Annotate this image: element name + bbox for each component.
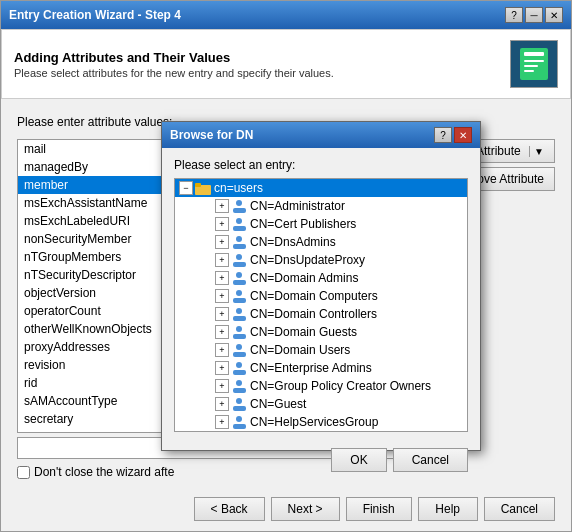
dialog-footer: OK Cancel bbox=[162, 442, 480, 480]
svg-point-14 bbox=[236, 254, 242, 260]
tree-item[interactable]: −cn=users bbox=[175, 179, 467, 197]
tree-item-label: CN=Administrator bbox=[250, 199, 345, 213]
svg-point-12 bbox=[236, 236, 242, 242]
tree-item-label: CN=Domain Admins bbox=[250, 271, 358, 285]
svg-rect-19 bbox=[233, 298, 246, 303]
svg-rect-17 bbox=[233, 280, 246, 285]
user-icon bbox=[231, 289, 247, 303]
user-icon bbox=[231, 235, 247, 249]
tree-item[interactable]: +CN=DnsAdmins bbox=[175, 233, 467, 251]
tree-item-label: CN=Cert Publishers bbox=[250, 217, 356, 231]
user-icon bbox=[231, 217, 247, 231]
dialog-title-btns: ? ✕ bbox=[434, 127, 472, 143]
svg-point-26 bbox=[236, 362, 242, 368]
tree-item-label: CN=Guest bbox=[250, 397, 306, 411]
svg-point-24 bbox=[236, 344, 242, 350]
svg-rect-33 bbox=[233, 424, 246, 429]
tree-item-label: CN=HelpServicesGroup bbox=[250, 415, 378, 429]
tree-item-label: CN=DnsUpdateProxy bbox=[250, 253, 365, 267]
svg-rect-9 bbox=[233, 208, 246, 213]
user-icon bbox=[231, 307, 247, 321]
svg-rect-25 bbox=[233, 352, 246, 357]
svg-point-16 bbox=[236, 272, 242, 278]
tree-expand-icon[interactable]: + bbox=[215, 361, 229, 375]
tree-item[interactable]: +CN=Cert Publishers bbox=[175, 215, 467, 233]
svg-point-28 bbox=[236, 380, 242, 386]
svg-point-32 bbox=[236, 416, 242, 422]
user-icon bbox=[231, 199, 247, 213]
user-icon bbox=[231, 325, 247, 339]
ok-button[interactable]: OK bbox=[331, 448, 386, 472]
dialog-title: Browse for DN bbox=[170, 128, 253, 142]
tree-expand-icon[interactable]: + bbox=[215, 217, 229, 231]
tree-container[interactable]: −cn=users+CN=Administrator+CN=Cert Publi… bbox=[174, 178, 468, 432]
tree-expand-icon[interactable]: + bbox=[215, 397, 229, 411]
tree-item-label: cn=users bbox=[214, 181, 263, 195]
svg-point-8 bbox=[236, 200, 242, 206]
svg-point-20 bbox=[236, 308, 242, 314]
tree-item-label: CN=Domain Users bbox=[250, 343, 350, 357]
tree-expand-icon[interactable]: + bbox=[215, 289, 229, 303]
svg-rect-29 bbox=[233, 388, 246, 393]
dialog-section-label: Please select an entry: bbox=[174, 158, 468, 172]
dialog-content: Please select an entry: −cn=users+CN=Adm… bbox=[162, 148, 480, 442]
browse-dn-dialog: Browse for DN ? ✕ Please select an entry… bbox=[161, 121, 481, 451]
tree-item[interactable]: +CN=Guest bbox=[175, 395, 467, 413]
tree-item[interactable]: +CN=Domain Guests bbox=[175, 323, 467, 341]
user-icon bbox=[231, 253, 247, 267]
tree-expand-icon[interactable]: + bbox=[215, 307, 229, 321]
tree-expand-icon[interactable]: + bbox=[215, 325, 229, 339]
svg-rect-23 bbox=[233, 334, 246, 339]
dialog-help-button[interactable]: ? bbox=[434, 127, 452, 143]
tree-expand-icon[interactable]: + bbox=[215, 271, 229, 285]
svg-point-22 bbox=[236, 326, 242, 332]
tree-item[interactable]: +CN=Domain Controllers bbox=[175, 305, 467, 323]
tree-item[interactable]: +CN=Enterprise Admins bbox=[175, 359, 467, 377]
tree-expand-icon[interactable]: + bbox=[215, 235, 229, 249]
dialog-overlay: Browse for DN ? ✕ Please select an entry… bbox=[1, 1, 571, 531]
tree-item-label: CN=Group Policy Creator Owners bbox=[250, 379, 431, 393]
user-icon bbox=[231, 397, 247, 411]
tree-expand-icon[interactable]: + bbox=[215, 253, 229, 267]
svg-point-30 bbox=[236, 398, 242, 404]
svg-point-18 bbox=[236, 290, 242, 296]
user-icon bbox=[231, 361, 247, 375]
svg-rect-13 bbox=[233, 244, 246, 249]
user-icon bbox=[231, 343, 247, 357]
tree-item[interactable]: +CN=HelpServicesGroup bbox=[175, 413, 467, 431]
tree-expand-icon[interactable]: + bbox=[215, 379, 229, 393]
svg-rect-11 bbox=[233, 226, 246, 231]
folder-icon bbox=[195, 181, 211, 195]
tree-item[interactable]: +CN=Administrator bbox=[175, 197, 467, 215]
tree-expand-icon[interactable]: + bbox=[215, 343, 229, 357]
dialog-close-button[interactable]: ✕ bbox=[454, 127, 472, 143]
svg-rect-7 bbox=[195, 183, 201, 187]
dialog-title-bar: Browse for DN ? ✕ bbox=[162, 122, 480, 148]
svg-rect-31 bbox=[233, 406, 246, 411]
svg-point-10 bbox=[236, 218, 242, 224]
user-icon bbox=[231, 271, 247, 285]
tree-expand-icon[interactable]: + bbox=[215, 415, 229, 429]
tree-item[interactable]: +CN=Domain Users bbox=[175, 341, 467, 359]
svg-rect-27 bbox=[233, 370, 246, 375]
tree-item[interactable]: +CN=Domain Admins bbox=[175, 269, 467, 287]
svg-rect-15 bbox=[233, 262, 246, 267]
tree-item[interactable]: +CN=DnsUpdateProxy bbox=[175, 251, 467, 269]
tree-item-label: CN=Domain Controllers bbox=[250, 307, 377, 321]
wizard-window: Entry Creation Wizard - Step 4 ? ─ ✕ Add… bbox=[0, 0, 572, 532]
user-icon bbox=[231, 415, 247, 429]
svg-rect-21 bbox=[233, 316, 246, 321]
tree-expand-icon[interactable]: − bbox=[179, 181, 193, 195]
cancel-dialog-button[interactable]: Cancel bbox=[393, 448, 468, 472]
tree-item-label: CN=Domain Computers bbox=[250, 289, 378, 303]
tree-item[interactable]: +CN=Group Policy Creator Owners bbox=[175, 377, 467, 395]
tree-expand-icon[interactable]: + bbox=[215, 199, 229, 213]
user-icon bbox=[231, 379, 247, 393]
tree-item-label: CN=DnsAdmins bbox=[250, 235, 336, 249]
tree-item-label: CN=Domain Guests bbox=[250, 325, 357, 339]
tree-item-label: CN=Enterprise Admins bbox=[250, 361, 372, 375]
tree-item[interactable]: +CN=Domain Computers bbox=[175, 287, 467, 305]
